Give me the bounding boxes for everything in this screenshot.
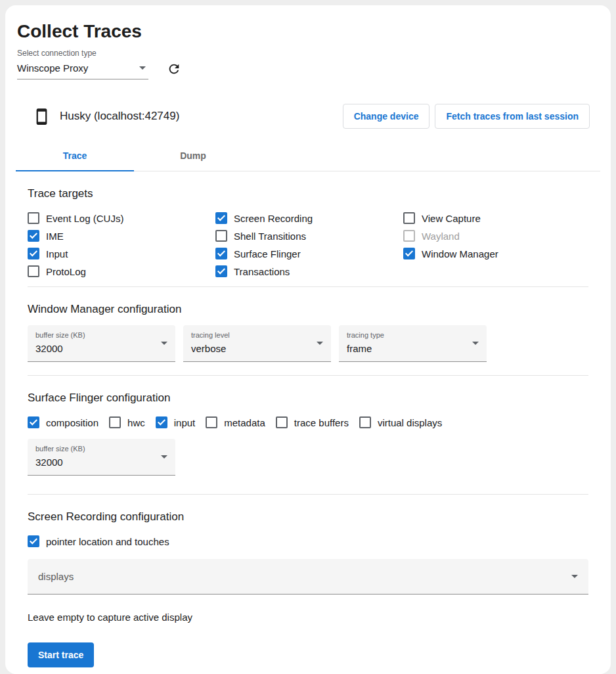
checkbox-event-log-cujs[interactable]: Event Log (CUJs)	[28, 212, 215, 224]
checkbox-label: composition	[46, 417, 99, 428]
surface-flinger-config-section: Surface Flinger configuration compositio…	[16, 392, 600, 476]
start-trace-button[interactable]: Start trace	[28, 642, 94, 667]
checkbox-label: Wayland	[422, 231, 460, 242]
displays-select[interactable]: displays	[28, 559, 588, 595]
checkbox-label: Shell Transitions	[234, 231, 306, 242]
checkbox-label: input	[174, 417, 196, 428]
tab-dump[interactable]: Dump	[134, 141, 252, 171]
refresh-icon	[167, 62, 181, 76]
checkbox-box	[28, 265, 39, 277]
checkbox-box	[403, 212, 415, 224]
checkbox-sf-input[interactable]: input	[156, 416, 196, 428]
checkbox-transactions[interactable]: Transactions	[215, 265, 403, 277]
tab-bar: Trace Dump	[16, 141, 600, 171]
page-title: Collect Traces	[17, 21, 599, 42]
checkbox-box	[215, 230, 227, 242]
device-row: Husky (localhost:42749) Change device Fe…	[16, 103, 600, 129]
connection-type-label: Select connection type	[17, 49, 600, 58]
sf-buffer-size-select[interactable]: buffer size (KB) 32000	[28, 439, 175, 476]
field-value: frame	[347, 343, 479, 354]
checkbox-box	[215, 212, 227, 224]
chevron-down-icon	[161, 455, 167, 459]
trace-targets-title: Trace targets	[28, 187, 588, 200]
checkbox-wayland: Wayland	[403, 230, 588, 242]
chevron-down-icon	[472, 342, 479, 345]
chevron-down-icon	[571, 575, 578, 578]
change-device-button[interactable]: Change device	[343, 104, 430, 129]
section-divider	[28, 286, 588, 287]
checkbox-label: virtual displays	[378, 417, 442, 428]
connection-type-select[interactable]: Winscope Proxy	[17, 58, 148, 79]
tab-trace[interactable]: Trace	[16, 141, 134, 171]
trace-targets-grid: Event Log (CUJs) IME Input ProtoLog	[28, 212, 588, 277]
checkbox-label: metadata	[224, 417, 265, 428]
checkbox-view-capture[interactable]: View Capture	[403, 212, 588, 224]
checkbox-box	[206, 416, 217, 428]
field-value: 32000	[35, 457, 167, 468]
refresh-connection-button[interactable]	[165, 60, 183, 78]
wm-tracing-level-select[interactable]: tracing level verbose	[183, 325, 331, 362]
device-name: Husky (localhost:42749)	[60, 110, 179, 123]
checkbox-label: Window Manager	[422, 248, 498, 259]
sf-config-fields: buffer size (KB) 32000	[28, 439, 588, 476]
checkbox-box	[28, 212, 39, 224]
checkbox-label: Input	[46, 248, 68, 259]
window-manager-config-title: Window Manager configuration	[28, 303, 588, 316]
checkbox-label: trace buffers	[294, 417, 349, 428]
connection-section: Select connection type Winscope Proxy	[17, 49, 600, 79]
chevron-down-icon	[317, 342, 323, 345]
checkbox-label: Transactions	[234, 266, 290, 277]
checkbox-label: Screen Recording	[234, 213, 313, 224]
checkbox-box	[28, 230, 39, 242]
checkbox-box	[215, 265, 227, 277]
checkbox-sf-trace-buffers[interactable]: trace buffers	[276, 416, 349, 428]
checkbox-sf-composition[interactable]: composition	[28, 416, 99, 428]
screen-recording-config-title: Screen Recording configuration	[28, 510, 588, 524]
checkbox-label: Event Log (CUJs)	[46, 213, 123, 224]
checkbox-box	[276, 416, 288, 428]
field-label: buffer size (KB)	[35, 331, 167, 339]
wm-config-fields: buffer size (KB) 32000 tracing level ver…	[28, 325, 588, 362]
wm-tracing-type-select[interactable]: tracing type frame	[339, 325, 487, 362]
displays-hint-text: Leave empty to capture active display	[28, 612, 588, 623]
checkbox-shell-transitions[interactable]: Shell Transitions	[215, 230, 403, 242]
checkbox-box	[359, 416, 371, 428]
checkbox-protolog[interactable]: ProtoLog	[28, 265, 215, 277]
window-manager-config-section: Window Manager configuration buffer size…	[16, 303, 600, 362]
field-value: 32000	[35, 343, 167, 354]
checkbox-pointer-location[interactable]: pointer location and touches	[28, 535, 169, 547]
checkbox-sf-metadata[interactable]: metadata	[206, 416, 265, 428]
displays-placeholder: displays	[38, 571, 74, 582]
checkbox-window-manager[interactable]: Window Manager	[403, 248, 588, 259]
checkbox-sf-virtual-displays[interactable]: virtual displays	[359, 416, 442, 428]
field-label: buffer size (KB)	[35, 445, 167, 453]
checkbox-box	[403, 248, 415, 259]
checkbox-box	[28, 248, 39, 259]
section-divider	[28, 375, 588, 376]
screen-recording-config-section: Screen Recording configuration pointer l…	[16, 510, 600, 667]
checkbox-label: pointer location and touches	[46, 536, 169, 547]
collect-traces-card: Collect Traces Select connection type Wi…	[5, 5, 611, 674]
checkbox-surface-flinger[interactable]: Surface Flinger	[215, 248, 403, 259]
surface-flinger-config-title: Surface Flinger configuration	[28, 392, 588, 405]
trace-targets-section: Trace targets Event Log (CUJs) IME Input	[16, 187, 600, 277]
wm-buffer-size-select[interactable]: buffer size (KB) 32000	[28, 325, 175, 362]
field-label: tracing type	[347, 331, 479, 339]
checkbox-box	[215, 248, 227, 259]
checkbox-ime[interactable]: IME	[28, 230, 215, 242]
checkbox-screen-recording[interactable]: Screen Recording	[215, 212, 403, 224]
smartphone-icon	[33, 108, 51, 125]
chevron-down-icon	[161, 342, 167, 345]
checkbox-label: Surface Flinger	[234, 248, 301, 259]
field-label: tracing level	[191, 331, 323, 339]
sf-config-checkboxes: composition hwc input metadata trace buf…	[28, 416, 588, 428]
checkbox-box	[28, 416, 39, 428]
fetch-traces-button[interactable]: Fetch traces from last session	[435, 104, 590, 129]
checkbox-sf-hwc[interactable]: hwc	[109, 416, 145, 428]
checkbox-label: View Capture	[422, 213, 481, 224]
checkbox-input[interactable]: Input	[28, 248, 215, 259]
chevron-down-icon	[139, 66, 146, 70]
checkbox-box	[156, 416, 167, 428]
checkbox-label: ProtoLog	[46, 266, 86, 277]
field-value: verbose	[191, 343, 323, 354]
